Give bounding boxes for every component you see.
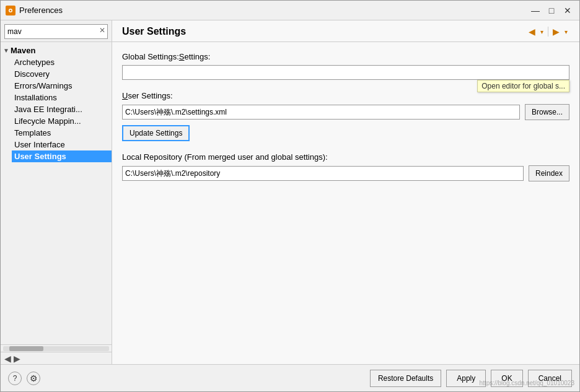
restore-defaults-button[interactable]: Restore Defaults — [370, 370, 441, 387]
content-header: User Settings ◀ ▾ ▶ ▾ — [112, 20, 579, 42]
tree-parent-label: Maven — [11, 46, 35, 55]
update-settings-button[interactable]: Update Settings — [122, 125, 190, 141]
cancel-button[interactable]: Cancel — [528, 370, 572, 387]
sidebar-item-errors-warnings[interactable]: Errors/Warnings — [12, 80, 112, 92]
toolbar-back-dropdown[interactable]: ▾ — [538, 27, 545, 37]
main-area: ✕ ▼ Maven Archetypes Discovery Errors/Wa… — [1, 20, 579, 364]
global-settings-section: Global Settings:Settings: Open editor fo… — [122, 52, 569, 80]
sidebar-prev-button[interactable]: ◀ — [3, 354, 12, 364]
tree-parent-maven[interactable]: ▼ Maven — [1, 45, 112, 56]
tree-arrow-icon: ▼ — [3, 47, 9, 54]
sidebar-item-lifecycle[interactable]: Lifecycle Mappin... — [12, 115, 112, 127]
sidebar-item-user-settings[interactable]: User Settings — [12, 150, 112, 162]
content-body: Global Settings:Settings: Open editor fo… — [112, 42, 579, 364]
preferences-window: Preferences — □ ✕ ✕ ▼ Maven — [0, 0, 580, 392]
sidebar-item-archetypes[interactable]: Archetypes — [12, 56, 112, 68]
local-repo-row: Reindex — [122, 165, 569, 181]
bottom-right: Restore Defaults Apply OK Cancel — [370, 370, 572, 387]
sidebar-item-installations[interactable]: Installations — [12, 92, 112, 103]
maximize-button[interactable]: □ — [545, 4, 558, 17]
search-clear-button[interactable]: ✕ — [98, 25, 107, 35]
title-bar: Preferences — □ ✕ — [1, 1, 579, 20]
sidebar-next-button[interactable]: ▶ — [12, 354, 22, 364]
settings-button[interactable]: ⚙ — [27, 372, 40, 385]
global-settings-input[interactable] — [122, 65, 569, 80]
title-bar-controls: — □ ✕ — [529, 4, 574, 17]
toolbar-right: ◀ ▾ ▶ ▾ — [527, 25, 569, 38]
tree-group-maven: ▼ Maven Archetypes Discovery Errors/Warn… — [1, 45, 112, 162]
local-repo-label: Local Repository (From merged user and g… — [122, 152, 569, 162]
search-wrap: ✕ — [1, 20, 112, 42]
sidebar-item-java-ee[interactable]: Java EE Integrati... — [12, 103, 112, 115]
toolbar-forward-dropdown[interactable]: ▾ — [563, 27, 569, 37]
svg-point-2 — [10, 9, 12, 11]
local-repo-input[interactable] — [122, 166, 524, 181]
sidebar: ✕ ▼ Maven Archetypes Discovery Errors/Wa… — [1, 20, 112, 364]
window-title: Preferences — [19, 6, 529, 15]
toolbar-divider — [548, 27, 548, 37]
tree-area: ▼ Maven Archetypes Discovery Errors/Warn… — [1, 42, 112, 344]
content-area: User Settings ◀ ▾ ▶ ▾ Global Settings:Se… — [112, 20, 579, 364]
ok-button[interactable]: OK — [491, 370, 522, 387]
search-input[interactable] — [4, 24, 108, 39]
sidebar-item-templates[interactable]: Templates — [12, 127, 112, 139]
sidebar-item-user-interface[interactable]: User Interface — [12, 139, 112, 150]
user-settings-row: Browse... — [122, 104, 569, 120]
user-settings-input[interactable] — [122, 105, 520, 120]
toolbar-back-button[interactable]: ◀ — [527, 25, 537, 38]
close-button[interactable]: ✕ — [561, 4, 574, 17]
sidebar-item-discovery[interactable]: Discovery — [12, 68, 112, 80]
tree-children: Archetypes Discovery Errors/Warnings Ins… — [1, 56, 112, 162]
bottom-left: ? ⚙ — [8, 372, 40, 385]
global-settings-row: Open editor for global s... — [122, 65, 569, 80]
sidebar-bottom-nav: ◀ ▶ — [1, 352, 112, 364]
apply-button[interactable]: Apply — [446, 370, 486, 387]
reindex-button[interactable]: Reindex — [529, 165, 569, 181]
bottom-bar: ? ⚙ Restore Defaults Apply OK Cancel — [1, 364, 579, 391]
minimize-button[interactable]: — — [529, 4, 542, 17]
app-icon — [6, 6, 15, 15]
global-settings-label: Global Settings:Settings: — [122, 52, 569, 61]
help-button[interactable]: ? — [8, 372, 22, 385]
toolbar-forward-button[interactable]: ▶ — [551, 25, 561, 38]
global-settings-tooltip: Open editor for global s... — [477, 80, 569, 92]
local-repo-section: Local Repository (From merged user and g… — [122, 152, 569, 181]
browse-button[interactable]: Browse... — [525, 104, 569, 120]
page-title: User Settings — [122, 26, 186, 37]
user-settings-section: User Settings: Browse... Update Settings — [122, 91, 569, 141]
user-settings-label: User Settings: — [122, 91, 569, 100]
